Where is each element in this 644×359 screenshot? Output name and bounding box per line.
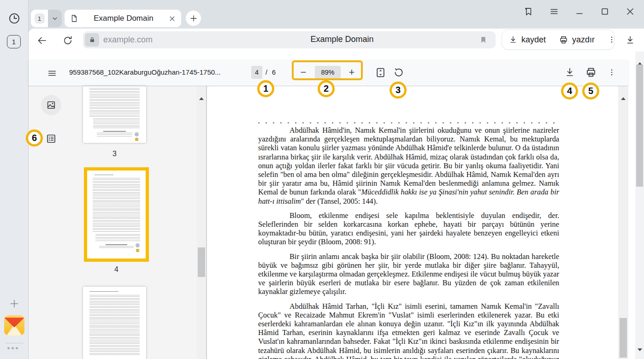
- browser-side-rail: 1: [0, 0, 29, 359]
- thumbnail-page-5[interactable]: [83, 287, 146, 359]
- download-icon: [508, 35, 518, 44]
- chevron-down-icon: [51, 15, 59, 22]
- close-window-button[interactable]: [625, 6, 636, 17]
- annotation-circle-1: 1: [257, 80, 274, 97]
- scroll-up-arrow[interactable]: [638, 55, 642, 62]
- tab-group-expand-button[interactable]: [48, 10, 62, 27]
- rail-add-button[interactable]: [8, 297, 21, 310]
- downloads-button[interactable]: [622, 33, 638, 47]
- page-actions-more-button[interactable]: [601, 30, 622, 49]
- annotation-circle-4: 4: [561, 82, 578, 100]
- paragraph-1: Abdülhak Hâmid'in, Namık Kemal'in şiirle…: [258, 126, 559, 206]
- clock-icon: [8, 12, 20, 24]
- image-icon: [46, 100, 56, 110]
- url-text: example.com: [103, 35, 153, 45]
- pdf-sidebar: 3 4: [29, 86, 207, 359]
- annotation-circle-5: 5: [582, 82, 599, 100]
- tab-group-badge: 1: [35, 13, 45, 24]
- close-icon: [625, 6, 635, 17]
- hamburger-icon: [549, 6, 559, 17]
- thumbnail-panel-scrollbar[interactable]: [197, 86, 206, 359]
- tab-close-icon[interactable]: [169, 15, 176, 22]
- new-tab-button[interactable]: [186, 11, 201, 26]
- rotate-button[interactable]: [392, 66, 405, 79]
- back-button[interactable]: [36, 35, 48, 47]
- document-text: Abdülhak Hâmid'in, Namık Kemal'in şiirle…: [258, 126, 559, 359]
- maximize-button[interactable]: [599, 6, 610, 17]
- annotation-circle-3: 3: [390, 82, 407, 99]
- current-page-input[interactable]: 4: [251, 66, 262, 79]
- minimize-icon: [574, 6, 585, 17]
- minimize-button[interactable]: [574, 6, 585, 17]
- download-icon: [564, 67, 575, 78]
- bookmark-flag-icon: [523, 6, 533, 17]
- yandex-mail-icon[interactable]: [4, 315, 24, 335]
- printer-icon: [585, 66, 597, 78]
- print-button[interactable]: yazdır: [552, 30, 601, 49]
- clipped-text-line: [258, 122, 559, 124]
- page-actions-pill: kaydet yazdır: [502, 29, 614, 50]
- browser-menu-button[interactable]: [549, 6, 560, 17]
- thumbnail-page-3-label: 3: [83, 150, 146, 158]
- scrollbar-thumb[interactable]: [198, 247, 205, 277]
- tab-strip: 1 Example Domain: [29, 0, 644, 29]
- scroll-down-arrow[interactable]: [638, 351, 642, 358]
- kebab-menu-icon: [608, 68, 616, 77]
- page-doc-icon: [70, 14, 78, 23]
- thumbnails-view-button[interactable]: [41, 95, 61, 115]
- pdf-print-button[interactable]: [584, 65, 598, 79]
- scroll-up-arrow[interactable]: [199, 90, 204, 97]
- page-title: Example Domain: [245, 35, 439, 44]
- kebab-menu-icon: [608, 35, 616, 44]
- print-button-label: yazdır: [572, 35, 595, 45]
- pdf-sidebar-toggle-button[interactable]: [46, 67, 58, 79]
- tab-group-chip-active[interactable]: 1: [31, 10, 48, 27]
- annotation-circle-6: 6: [26, 129, 43, 147]
- printer-icon: [559, 35, 568, 45]
- download-icon: [625, 35, 635, 45]
- back-arrow-icon: [36, 35, 47, 46]
- rotate-ccw-icon: [393, 67, 404, 78]
- paragraph-2: Bloom, etkilenme endişesi sele kapılma b…: [258, 211, 559, 247]
- thumbnail-page-4-label: 4: [84, 265, 149, 274]
- pdf-more-button[interactable]: [606, 66, 618, 79]
- save-button-label: kaydet: [521, 35, 546, 45]
- scrollbar-thumb[interactable]: [620, 318, 627, 358]
- annotation-circle-2: 2: [318, 80, 335, 97]
- thumbnail-page-4[interactable]: [87, 171, 146, 259]
- outline-view-button[interactable]: [45, 133, 57, 145]
- reload-icon: [62, 35, 73, 46]
- fit-to-page-button[interactable]: [374, 66, 387, 79]
- bookmarks-panel-button[interactable]: [523, 6, 534, 17]
- scroll-up-arrow[interactable]: [621, 90, 626, 97]
- tab-counter-badge[interactable]: 1: [7, 35, 21, 48]
- lock-icon: [89, 36, 95, 43]
- pdf-content-scrollbar[interactable]: [618, 86, 628, 359]
- secure-lock-chip[interactable]: [85, 33, 99, 47]
- annotation-highlight-zoom-controls: [292, 60, 363, 80]
- history-button[interactable]: [8, 12, 21, 25]
- paragraph-3: Bir şiirin anlamı ancak başka bir şiir o…: [258, 252, 559, 296]
- total-pages: 6: [272, 69, 276, 76]
- pdf-filename: 959387568_102KaraburguOğuzhan-1745-1750.…: [69, 68, 221, 76]
- tab-example-domain[interactable]: Example Domain: [65, 10, 181, 27]
- rail-divider: [5, 343, 24, 343]
- fit-page-icon: [375, 67, 386, 78]
- bookmark-ribbon-icon[interactable]: [479, 35, 487, 45]
- tab-group-chip[interactable]: 1: [31, 10, 62, 27]
- paragraph-4: Abdülhak Hâmid Tarhan, "İçli Kız" isimli…: [258, 302, 559, 359]
- pdf-download-button[interactable]: [563, 65, 576, 79]
- tab-title: Example Domain: [78, 14, 169, 23]
- rail-more-button[interactable]: [7, 347, 18, 349]
- maximize-icon: [600, 6, 610, 17]
- plus-icon: [189, 14, 198, 23]
- pdf-page-4: Abdülhak Hâmid'in, Namık Kemal'in şiirle…: [208, 86, 618, 359]
- browser-scrollbar[interactable]: [635, 52, 644, 359]
- thumbnail-page-3[interactable]: [83, 86, 146, 143]
- browser-toolbar: example.com Example Domain kaydet yazdır: [29, 29, 644, 52]
- pdf-viewer: 959387568_102KaraburguOğuzhan-1745-1750.…: [29, 52, 635, 359]
- scrollbar-thumb[interactable]: [636, 65, 643, 187]
- list-icon: [46, 133, 57, 144]
- reload-button[interactable]: [62, 35, 74, 47]
- save-button[interactable]: kaydet: [502, 30, 552, 49]
